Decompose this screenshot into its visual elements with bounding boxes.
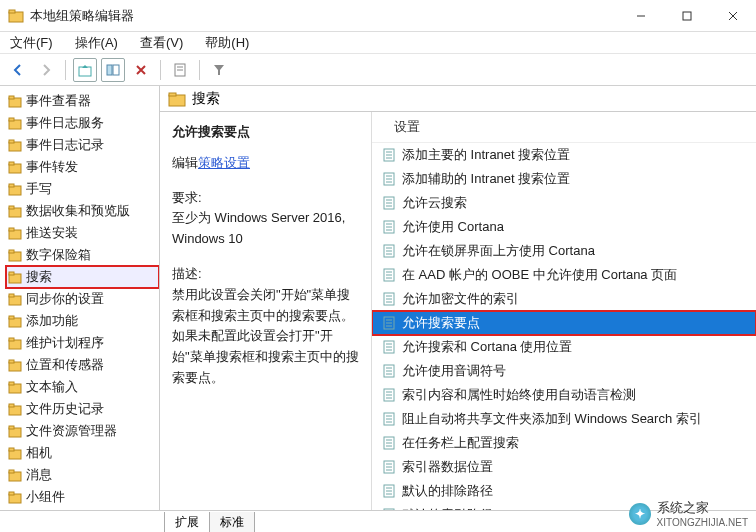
tree-item[interactable]: 数字保险箱 (6, 244, 159, 266)
menu-file[interactable]: 文件(F) (6, 32, 57, 54)
tree-item[interactable]: 小组件 (6, 486, 159, 508)
setting-label: 允许搜索和 Cortana 使用位置 (402, 338, 572, 356)
edit-policy-link[interactable]: 策略设置 (198, 155, 250, 170)
setting-label: 允许在锁屏界面上方使用 Cortana (402, 242, 595, 260)
tree-item[interactable]: 相机 (6, 442, 159, 464)
setting-row[interactable]: 允许使用音调符号 (372, 359, 756, 383)
svg-rect-13 (9, 96, 14, 99)
tree-item-label: 小组件 (26, 488, 65, 506)
requirements-text: 至少为 Windows Server 2016, Windows 10 (172, 208, 359, 250)
back-button[interactable] (6, 58, 30, 82)
setting-row[interactable]: 添加主要的 Intranet 搜索位置 (372, 143, 756, 167)
svg-rect-31 (9, 294, 14, 297)
tree-item[interactable]: 文本输入 (6, 376, 159, 398)
settings-column-header[interactable]: 设置 (372, 112, 756, 143)
close-button[interactable] (710, 0, 756, 32)
menu-help[interactable]: 帮助(H) (201, 32, 253, 54)
tree-item[interactable]: 文件资源管理器 (6, 420, 159, 442)
tree-item[interactable]: 数据收集和预览版 (6, 200, 159, 222)
folder-icon (8, 380, 22, 394)
toolbar (0, 54, 756, 86)
folder-icon (8, 446, 22, 460)
tree-item-label: 事件转发 (26, 158, 78, 176)
setting-row[interactable]: 允许使用 Cortana (372, 215, 756, 239)
setting-row[interactable]: 允许加密文件的索引 (372, 287, 756, 311)
tree-item[interactable]: 同步你的设置 (6, 288, 159, 310)
setting-label: 在 AAD 帐户的 OOBE 中允许使用 Cortana 页面 (402, 266, 677, 284)
right-pane: 搜索 允许搜索要点 编辑策略设置 要求: 至少为 Windows Server … (160, 86, 756, 510)
setting-label: 在任务栏上配置搜索 (402, 434, 519, 452)
setting-row[interactable]: 允许在锁屏界面上方使用 Cortana (372, 239, 756, 263)
setting-row[interactable]: 允许搜索要点 (372, 311, 756, 335)
svg-rect-19 (9, 162, 14, 165)
setting-row[interactable]: 在 AAD 帐户的 OOBE 中允许使用 Cortana 页面 (372, 263, 756, 287)
svg-rect-54 (169, 95, 185, 106)
setting-label: 添加主要的 Intranet 搜索位置 (402, 146, 570, 164)
requirements-label: 要求: (172, 188, 359, 209)
tree-pane[interactable]: 事件查看器事件日志服务事件日志记录事件转发手写数据收集和预览版推送安装数字保险箱… (0, 86, 160, 510)
description-text: 禁用此设置会关闭"开始"菜单搜索框和搜索主页中的搜索要点。如果未配置此设置会打开… (172, 285, 359, 389)
tree-item[interactable]: 添加功能 (6, 310, 159, 332)
setting-row[interactable]: 索引内容和属性时始终使用自动语言检测 (372, 383, 756, 407)
setting-row[interactable]: 在任务栏上配置搜索 (372, 431, 756, 455)
svg-rect-39 (9, 382, 14, 385)
maximize-button[interactable] (664, 0, 710, 32)
tree-item-label: 添加功能 (26, 312, 78, 330)
edit-line: 编辑策略设置 (172, 153, 359, 174)
tree-item-label: 手写 (26, 180, 52, 198)
setting-label: 索引器数据位置 (402, 458, 493, 476)
filter-button[interactable] (207, 58, 231, 82)
tab-standard[interactable]: 标准 (209, 512, 255, 532)
menu-action[interactable]: 操作(A) (71, 32, 122, 54)
setting-label: 默认的索引路径 (402, 506, 493, 510)
watermark: ✦ 系统之家 XITONGZHIJIA.NET (629, 499, 749, 528)
folder-icon (168, 91, 186, 107)
tree-item-label: 事件日志记录 (26, 136, 104, 154)
setting-label: 允许云搜索 (402, 194, 467, 212)
setting-row[interactable]: 允许搜索和 Cortana 使用位置 (372, 335, 756, 359)
tree-item[interactable]: 手写 (6, 178, 159, 200)
setting-icon (382, 460, 396, 474)
up-button[interactable] (73, 58, 97, 82)
folder-icon (8, 248, 22, 262)
window-title: 本地组策略编辑器 (30, 7, 618, 25)
tree-item[interactable]: 演示文稿设置 (6, 508, 159, 510)
setting-row[interactable]: 允许云搜索 (372, 191, 756, 215)
tree-item[interactable]: 事件日志记录 (6, 134, 159, 156)
settings-pane[interactable]: 设置 添加主要的 Intranet 搜索位置添加辅助的 Intranet 搜索位… (372, 112, 756, 510)
tree-item[interactable]: 位置和传感器 (6, 354, 159, 376)
setting-row[interactable]: 阻止自动将共享文件夹添加到 Windows Search 索引 (372, 407, 756, 431)
setting-label: 阻止自动将共享文件夹添加到 Windows Search 索引 (402, 410, 702, 428)
edit-prefix: 编辑 (172, 155, 198, 170)
svg-rect-6 (79, 67, 91, 76)
setting-row[interactable]: 添加辅助的 Intranet 搜索位置 (372, 167, 756, 191)
tree-item-label: 位置和传感器 (26, 356, 104, 374)
tree-item[interactable]: 消息 (6, 464, 159, 486)
tree-item[interactable]: 事件转发 (6, 156, 159, 178)
show-hide-tree-button[interactable] (101, 58, 125, 82)
minimize-button[interactable] (618, 0, 664, 32)
svg-rect-47 (9, 470, 14, 473)
setting-label: 允许加密文件的索引 (402, 290, 519, 308)
tree-item-label: 维护计划程序 (26, 334, 104, 352)
tree-item[interactable]: 维护计划程序 (6, 332, 159, 354)
tree-item[interactable]: 事件查看器 (6, 90, 159, 112)
tree-item[interactable]: 文件历史记录 (6, 398, 159, 420)
delete-button[interactable] (129, 58, 153, 82)
setting-icon (382, 316, 396, 330)
setting-row[interactable]: 索引器数据位置 (372, 455, 756, 479)
forward-button[interactable] (34, 58, 58, 82)
svg-rect-29 (9, 272, 14, 275)
tree-item[interactable]: 搜索 (6, 266, 159, 288)
tree-item[interactable]: 推送安装 (6, 222, 159, 244)
properties-button[interactable] (168, 58, 192, 82)
tree-item-label: 事件日志服务 (26, 114, 104, 132)
tab-extended[interactable]: 扩展 (164, 512, 210, 532)
folder-icon (8, 402, 22, 416)
heading-text: 搜索 (192, 90, 220, 108)
menu-view[interactable]: 查看(V) (136, 32, 187, 54)
svg-rect-23 (9, 206, 14, 209)
tree-item-label: 文件历史记录 (26, 400, 104, 418)
tree-item[interactable]: 事件日志服务 (6, 112, 159, 134)
setting-icon (382, 196, 396, 210)
